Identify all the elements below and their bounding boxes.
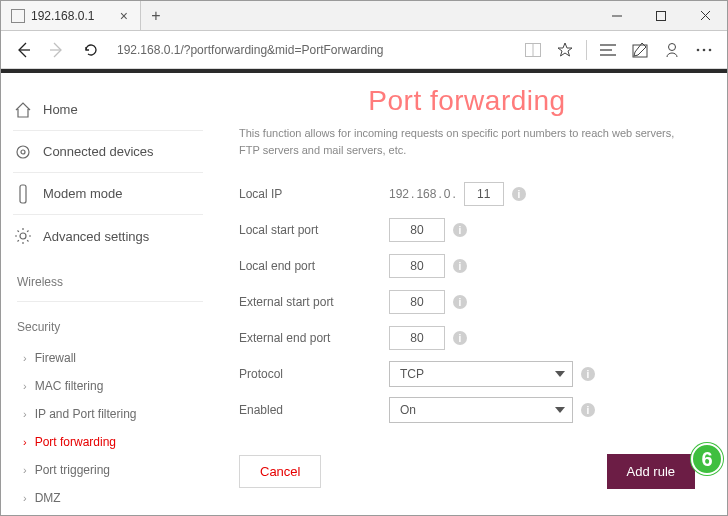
action-bar: Cancel Add rule	[239, 454, 695, 489]
cancel-button[interactable]: Cancel	[239, 455, 321, 488]
nav-bar: 192.168.0.1/?portforwarding&mid=PortForw…	[1, 31, 727, 69]
row-local-ip: Local IP 192 . 168 . 0 . i	[239, 176, 695, 212]
devices-icon	[13, 143, 33, 161]
sidebar-item-connected-devices[interactable]: Connected devices	[13, 131, 203, 173]
sidebar-item-label: Advanced settings	[43, 229, 149, 244]
favorite-icon[interactable]	[550, 36, 580, 64]
close-window-button[interactable]	[683, 1, 727, 30]
external-end-port-label: External end port	[239, 331, 389, 345]
enabled-label: Enabled	[239, 403, 389, 417]
add-rule-button[interactable]: Add rule	[607, 454, 695, 489]
maximize-button[interactable]	[639, 1, 683, 30]
browser-window: 192.168.0.1 × + 192.168.0.1/?	[0, 0, 728, 516]
enabled-select[interactable]: On	[389, 397, 573, 423]
info-icon[interactable]: i	[453, 331, 467, 345]
info-icon[interactable]: i	[453, 223, 467, 237]
svg-rect-1	[657, 11, 666, 20]
minimize-button[interactable]	[595, 1, 639, 30]
favicon-icon	[11, 9, 25, 23]
page-description: This function allows for incoming reques…	[239, 125, 695, 158]
back-button[interactable]	[9, 36, 37, 64]
info-icon[interactable]: i	[453, 295, 467, 309]
chevron-right-icon: ›	[23, 436, 27, 448]
url-text: 192.168.0.1/?portforwarding&mid=PortForw…	[117, 43, 383, 57]
sidebar-sub-firewall[interactable]: ›Firewall	[13, 344, 203, 372]
browser-tab[interactable]: 192.168.0.1 ×	[1, 1, 141, 30]
sidebar-item-home[interactable]: Home	[13, 89, 203, 131]
info-icon[interactable]: i	[581, 367, 595, 381]
chevron-right-icon: ›	[23, 408, 27, 420]
row-local-end-port: Local end port i	[239, 248, 695, 284]
home-icon	[13, 101, 33, 119]
svg-point-14	[703, 48, 706, 51]
row-enabled: Enabled On i	[239, 392, 695, 428]
new-tab-button[interactable]: +	[141, 1, 171, 30]
modem-icon	[13, 184, 33, 204]
sidebar-item-label: Connected devices	[43, 144, 154, 159]
chevron-right-icon: ›	[23, 352, 27, 364]
row-external-end-port: External end port i	[239, 320, 695, 356]
chevron-right-icon: ›	[23, 380, 27, 392]
reading-view-icon[interactable]	[518, 36, 548, 64]
gear-icon	[13, 227, 33, 245]
external-start-port-label: External start port	[239, 295, 389, 309]
sidebar-section-security: Security	[17, 320, 203, 334]
title-bar: 192.168.0.1 × +	[1, 1, 727, 31]
protocol-select[interactable]: TCP	[389, 361, 573, 387]
external-start-port-input[interactable]	[389, 290, 445, 314]
info-icon[interactable]: i	[581, 403, 595, 417]
sidebar-item-label: Home	[43, 102, 78, 117]
sidebar-section-wireless[interactable]: Wireless	[17, 275, 203, 302]
protocol-label: Protocol	[239, 367, 389, 381]
close-tab-icon[interactable]: ×	[118, 8, 130, 24]
forward-button[interactable]	[43, 36, 71, 64]
row-protocol: Protocol TCP i	[239, 356, 695, 392]
sidebar-sub-mac-filtering[interactable]: ›MAC filtering	[13, 372, 203, 400]
svg-point-12	[669, 43, 676, 50]
page-title: Port forwarding	[239, 85, 695, 117]
local-ip-label: Local IP	[239, 187, 389, 201]
step-callout: 6	[691, 443, 723, 475]
svg-rect-11	[633, 45, 647, 57]
sidebar-item-modem-mode[interactable]: Modem mode	[13, 173, 203, 215]
chevron-right-icon: ›	[23, 492, 27, 504]
svg-rect-18	[20, 185, 26, 203]
sidebar-sub-port-forwarding[interactable]: ›Port forwarding	[13, 428, 203, 456]
row-local-start-port: Local start port i	[239, 212, 695, 248]
info-icon[interactable]: i	[512, 187, 526, 201]
sidebar-sub-ip-port-filtering[interactable]: ›IP and Port filtering	[13, 400, 203, 428]
svg-point-16	[17, 146, 29, 158]
sidebar-item-advanced-settings[interactable]: Advanced settings	[13, 215, 203, 257]
svg-point-13	[697, 48, 700, 51]
hub-icon[interactable]	[593, 36, 623, 64]
local-end-port-label: Local end port	[239, 259, 389, 273]
share-icon[interactable]	[657, 36, 687, 64]
chevron-right-icon: ›	[23, 464, 27, 476]
local-end-port-input[interactable]	[389, 254, 445, 278]
svg-point-15	[709, 48, 712, 51]
local-start-port-input[interactable]	[389, 218, 445, 242]
local-ip-host-input[interactable]	[464, 182, 504, 206]
more-icon[interactable]	[689, 36, 719, 64]
refresh-button[interactable]	[77, 36, 105, 64]
address-bar[interactable]: 192.168.0.1/?portforwarding&mid=PortForw…	[111, 37, 512, 63]
page-viewport: Home Connected devices Modem mode	[1, 69, 727, 515]
sidebar-sub-port-triggering[interactable]: ›Port triggering	[13, 456, 203, 484]
local-start-port-label: Local start port	[239, 223, 389, 237]
external-end-port-input[interactable]	[389, 326, 445, 350]
row-external-start-port: External start port i	[239, 284, 695, 320]
tab-title: 192.168.0.1	[31, 9, 112, 23]
main-panel: Port forwarding This function allows for…	[211, 73, 727, 515]
sidebar: Home Connected devices Modem mode	[1, 73, 211, 515]
sidebar-sub-dmz[interactable]: ›DMZ	[13, 484, 203, 512]
svg-point-19	[20, 233, 26, 239]
window-controls	[595, 1, 727, 30]
ip-prefix: 192 . 168 . 0 .	[389, 187, 456, 201]
info-icon[interactable]: i	[453, 259, 467, 273]
svg-point-17	[21, 150, 25, 154]
sidebar-item-label: Modem mode	[43, 186, 122, 201]
webnote-icon[interactable]	[625, 36, 655, 64]
